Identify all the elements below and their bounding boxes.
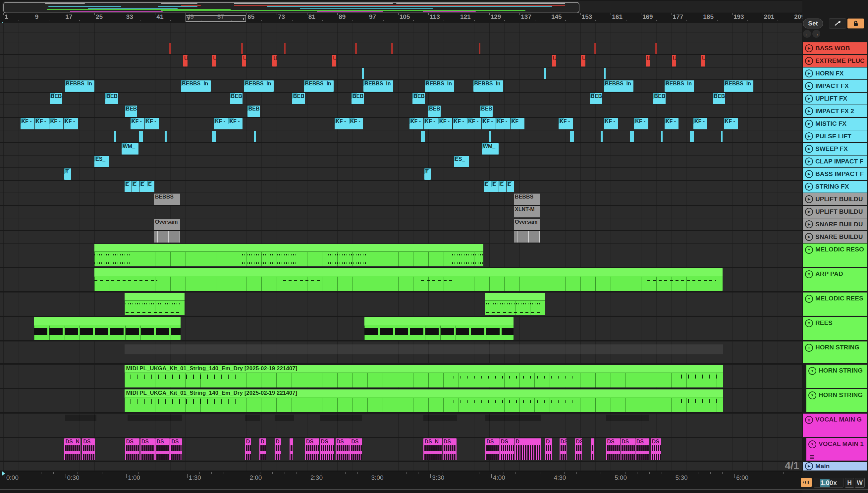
- clip[interactable]: BEBBS_: [154, 194, 180, 205]
- track-lane-mistic-fx[interactable]: [0, 118, 802, 130]
- set-locator-button[interactable]: Set: [803, 19, 823, 28]
- play-icon[interactable]: ▶: [805, 208, 813, 216]
- clip[interactable]: U: [701, 55, 705, 66]
- track-header-mistic-fx[interactable]: ▶MISTIC FX: [803, 118, 867, 130]
- clip[interactable]: KF -: [214, 118, 228, 129]
- clip[interactable]: KF -: [145, 118, 159, 129]
- empty-lane[interactable]: [0, 23, 802, 32]
- track-lane-sweep-fx[interactable]: [0, 143, 802, 155]
- audio-clip[interactable]: [591, 438, 594, 460]
- clip[interactable]: E: [484, 181, 491, 192]
- track-header-melodic-reso[interactable]: ▼MELODIC RESO: [803, 243, 867, 267]
- clip[interactable]: [604, 68, 606, 79]
- track-lane-vocal-main-g[interactable]: [0, 413, 802, 437]
- clip[interactable]: [690, 131, 694, 142]
- clip[interactable]: KF -: [130, 118, 144, 129]
- clip[interactable]: BEBBS_In: [425, 80, 454, 92]
- clip[interactable]: KF -: [693, 118, 707, 129]
- clip[interactable]: U: [212, 55, 216, 66]
- clip[interactable]: T: [64, 168, 70, 180]
- midi-clip[interactable]: [485, 293, 545, 315]
- clip[interactable]: KF -: [724, 118, 738, 129]
- track-lane-melodic-rees[interactable]: [0, 293, 802, 316]
- track-header-arp-pad[interactable]: ▼ARP PAD: [803, 268, 867, 291]
- clip[interactable]: [139, 131, 143, 142]
- clip[interactable]: ES_: [454, 156, 469, 167]
- clip[interactable]: KF -: [482, 118, 496, 129]
- clip[interactable]: E: [147, 181, 155, 192]
- loop-end-handle-icon[interactable]: ‹: [243, 15, 244, 22]
- play-icon[interactable]: ▶: [805, 195, 813, 203]
- clip[interactable]: [479, 43, 481, 54]
- clip[interactable]: BEBBS_In: [65, 80, 95, 92]
- fold-arrow-icon[interactable]: ▼: [808, 367, 816, 375]
- clip[interactable]: KF -: [438, 118, 452, 129]
- clip[interactable]: BEB: [230, 93, 243, 104]
- audio-clip[interactable]: DS_: [336, 438, 350, 460]
- track-header-main[interactable]: ▶Main: [803, 462, 867, 471]
- empty-lane[interactable]: [0, 33, 802, 42]
- play-icon[interactable]: ▶: [805, 183, 813, 191]
- midi-clip[interactable]: [95, 244, 483, 266]
- clip[interactable]: KF -: [467, 118, 481, 129]
- audio-clip[interactable]: DS: [651, 438, 661, 460]
- clip[interactable]: BEBBS_In: [473, 80, 503, 92]
- clip[interactable]: [165, 131, 167, 142]
- track-lane-main[interactable]: [0, 462, 802, 471]
- track-lane-string-fx[interactable]: [0, 181, 802, 193]
- track-header-melodic-rees[interactable]: ▼MELODIC REES: [803, 293, 867, 316]
- track-header-horn-string[interactable]: ▼HORN STRING: [806, 389, 867, 412]
- track-header-impact-fx[interactable]: ▶IMPACT FX: [803, 80, 867, 92]
- clip[interactable]: E: [132, 181, 139, 192]
- arrangement-overview[interactable]: [2, 1, 865, 13]
- midi-clip[interactable]: [95, 268, 723, 291]
- audio-engine-button[interactable]: [801, 478, 812, 487]
- track-lane-clap-impact-f[interactable]: [0, 155, 802, 167]
- play-icon[interactable]: ▶: [805, 82, 813, 90]
- clip[interactable]: BEB: [412, 93, 425, 104]
- clip[interactable]: KF -: [604, 118, 618, 129]
- fold-arrow-icon[interactable]: ▼: [805, 246, 813, 254]
- track-header-horn-string[interactable]: ≡HORN STRING: [803, 341, 867, 363]
- track-header-rees[interactable]: ▼REES: [803, 317, 867, 340]
- audio-clip[interactable]: D: [545, 438, 552, 460]
- audio-clip[interactable]: DS_: [635, 438, 649, 460]
- track-lane-extreme-pluc[interactable]: [0, 55, 802, 67]
- clip[interactable]: U: [552, 55, 556, 66]
- clip[interactable]: KF -: [559, 118, 572, 129]
- group-icon[interactable]: ≡: [805, 416, 813, 424]
- track-lane-uplift-buildu[interactable]: [0, 193, 802, 205]
- clip[interactable]: [421, 131, 424, 142]
- clip[interactable]: Oversam: [514, 219, 540, 230]
- clip[interactable]: BEBBS_In: [724, 80, 753, 92]
- clip[interactable]: E: [140, 181, 147, 192]
- audio-clip[interactable]: DS_: [82, 438, 95, 460]
- track-lane-horn-fx[interactable]: [0, 67, 802, 80]
- playback-speed-field[interactable]: 1.00x: [814, 478, 844, 488]
- track-header-bass-impact-f[interactable]: ▶BASS IMPACT F: [803, 168, 867, 180]
- audio-clip[interactable]: DS_: [155, 438, 169, 460]
- clip[interactable]: BEBBS_In: [304, 80, 333, 92]
- draw-mode-button[interactable]: [829, 19, 846, 28]
- audio-clip[interactable]: DS_: [320, 438, 335, 460]
- play-icon[interactable]: ▶: [805, 132, 813, 140]
- track-header-bass-wob[interactable]: ▶BASS WOB: [803, 42, 867, 54]
- clip[interactable]: BEB: [247, 106, 260, 117]
- track-header-horn-string[interactable]: ▼HORN STRING: [806, 365, 867, 388]
- play-icon[interactable]: ▶: [805, 220, 813, 228]
- play-icon[interactable]: ▶: [805, 145, 813, 153]
- lock-envelopes-button[interactable]: [847, 19, 864, 28]
- clip[interactable]: BEB: [292, 93, 305, 104]
- play-icon[interactable]: ▶: [805, 462, 813, 470]
- clip[interactable]: [355, 43, 357, 54]
- fold-arrow-icon[interactable]: ▼: [808, 441, 816, 448]
- track-header-extreme-pluc[interactable]: ▶EXTREME PLUC: [803, 55, 867, 67]
- clip[interactable]: KF -: [64, 118, 78, 129]
- clip[interactable]: KF: [510, 118, 524, 129]
- loop-brace[interactable]: › ‹: [185, 15, 246, 22]
- track-header-clap-impact-f[interactable]: ▶CLAP IMPACT F: [803, 155, 867, 167]
- audio-clip[interactable]: DS_: [606, 438, 620, 460]
- clip[interactable]: BEB: [50, 93, 62, 104]
- track-lane-bass-wob[interactable]: [0, 42, 802, 54]
- track-header-impact-fx-2[interactable]: ▶IMPACT FX 2: [803, 105, 867, 117]
